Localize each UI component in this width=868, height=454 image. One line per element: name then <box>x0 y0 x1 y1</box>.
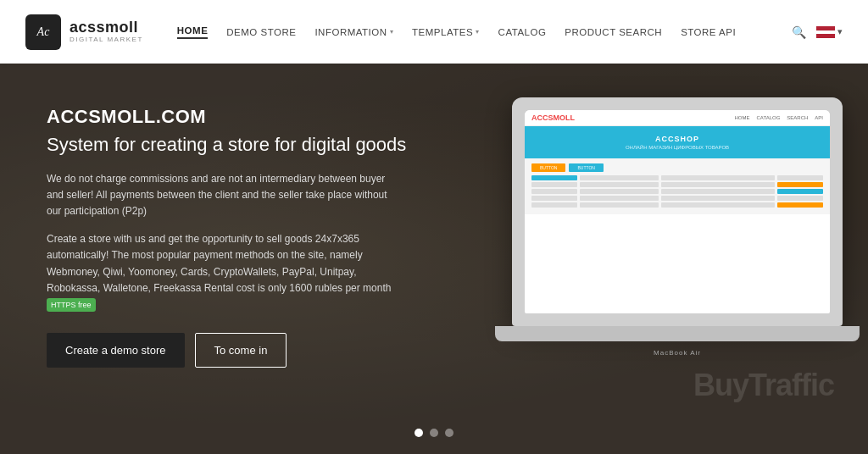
main-nav: HOME DEMO STORE INFORMATION ▾ TEMPLATES … <box>177 25 792 39</box>
screen-table <box>531 175 823 208</box>
hero-description2: Create a store with us and get the oppor… <box>47 231 403 313</box>
table-cell <box>661 196 775 201</box>
nav-templates[interactable]: TEMPLATES ▾ <box>412 27 480 37</box>
hero-description: We do not charge commissions and are not… <box>47 171 403 220</box>
screen-nav-item: SEARCH <box>787 115 808 120</box>
table-cell <box>580 182 659 187</box>
screen-subtitle: ОНЛАЙН МАГАЗИН ЦИФРОВЫХ ТОВАРОВ <box>533 145 821 150</box>
nav-catalog[interactable]: CATALOG <box>498 27 547 37</box>
screen-banner: ACCSHOP ОНЛАЙН МАГАЗИН ЦИФРОВЫХ ТОВАРОВ <box>525 126 830 158</box>
table-cell <box>580 175 659 180</box>
table-cell <box>531 175 577 180</box>
screen-title: ACCSHOP <box>533 135 821 143</box>
laptop-screen: ACCSMOLL HOME CATALOG SEARCH API ACCSHOP… <box>525 110 830 313</box>
nav-store-api[interactable]: STORE API <box>681 27 736 37</box>
table-cell <box>531 196 577 201</box>
watermark: BuyTraffic <box>693 368 834 403</box>
nav-home[interactable]: HOME <box>177 25 209 39</box>
table-cell <box>777 175 823 180</box>
screen-btn-2: BUTTON <box>569 163 603 172</box>
table-row <box>531 182 823 187</box>
table-row <box>531 175 823 180</box>
logo[interactable]: Ac acssmoll DIGITAL MARKET <box>25 14 143 50</box>
screen-body: BUTTON BUTTON <box>525 158 830 214</box>
screen-nav-item: HOME <box>735 115 750 120</box>
logo-tagline: DIGITAL MARKET <box>70 36 143 44</box>
table-cell <box>777 202 823 208</box>
table-cell <box>531 182 577 187</box>
templates-caret: ▾ <box>476 28 480 36</box>
logo-text: acssmoll DIGITAL MARKET <box>70 19 143 44</box>
carousel-dot-3[interactable] <box>445 429 453 437</box>
table-cell <box>580 189 659 194</box>
screen-action-row: BUTTON BUTTON <box>531 163 823 172</box>
language-selector[interactable]: ▾ <box>816 26 843 38</box>
table-cell <box>661 175 775 180</box>
table-cell <box>777 189 823 194</box>
table-cell <box>661 202 775 208</box>
screen-btn-1: BUTTON <box>531 163 565 172</box>
hero-buttons: Create a demo store To come in <box>47 333 437 368</box>
logo-icon: Ac <box>25 14 61 50</box>
screen-nav: HOME CATALOG SEARCH API <box>735 115 823 120</box>
laptop-base <box>495 326 860 341</box>
hero-content: ACCSMOLL.COM System for creating a store… <box>47 106 437 368</box>
information-caret: ▾ <box>390 28 394 36</box>
table-cell <box>531 189 577 194</box>
flag-caret-icon: ▾ <box>837 26 843 37</box>
https-badge: HTTPS free <box>47 298 96 312</box>
nav-demo-store[interactable]: DEMO STORE <box>226 27 296 37</box>
search-icon: 🔍 <box>792 25 806 39</box>
table-cell <box>661 189 775 194</box>
hero-section: ACCSMOLL.COM System for creating a store… <box>0 64 868 454</box>
header: Ac acssmoll DIGITAL MARKET HOME DEMO STO… <box>0 0 868 64</box>
nav-product-search[interactable]: PRODUCT SEARCH <box>565 27 662 37</box>
table-cell <box>531 202 577 208</box>
carousel-dot-1[interactable] <box>415 429 423 437</box>
table-cell <box>777 182 823 187</box>
screen-nav-item: API <box>815 115 823 120</box>
screen-nav-item: CATALOG <box>757 115 781 120</box>
table-cell <box>580 196 659 201</box>
table-cell <box>580 202 659 208</box>
flag-icon <box>816 26 835 38</box>
hero-title: ACCSMOLL.COM <box>47 106 437 128</box>
table-cell <box>777 196 823 201</box>
header-right: 🔍 ▾ <box>792 25 843 39</box>
carousel-dot-2[interactable] <box>430 429 438 437</box>
screen-logo: ACCSMOLL <box>531 114 575 122</box>
screen-header: ACCSMOLL HOME CATALOG SEARCH API <box>525 110 830 126</box>
laptop-outer: ACCSMOLL HOME CATALOG SEARCH API ACCSHOP… <box>512 97 843 326</box>
logo-name: acssmoll <box>70 19 143 36</box>
search-button[interactable]: 🔍 <box>792 25 806 39</box>
create-demo-button[interactable]: Create a demo store <box>47 333 185 368</box>
nav-information[interactable]: INFORMATION ▾ <box>314 27 393 37</box>
table-row <box>531 196 823 201</box>
hero-subtitle: System for creating a store for digital … <box>47 133 437 158</box>
table-row <box>531 202 823 208</box>
login-button[interactable]: To come in <box>195 333 287 368</box>
carousel-dots <box>415 429 453 437</box>
table-cell <box>661 182 775 187</box>
table-row <box>531 189 823 194</box>
